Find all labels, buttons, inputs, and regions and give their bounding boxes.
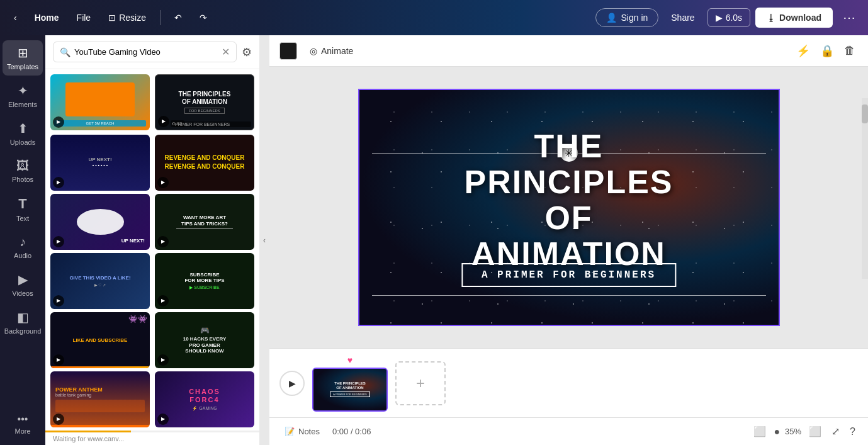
play-time-button[interactable]: ▶ 6.0s bbox=[707, 8, 750, 27]
left-sidebar: ⊞ Templates ✦ Elements ⬆ Uploads 🖼 Photo… bbox=[0, 35, 45, 445]
resize-button[interactable]: ⊡ Resize bbox=[102, 9, 152, 26]
timeline-play-button[interactable]: ▶ bbox=[279, 371, 305, 396]
template-play-icon: ▶ bbox=[157, 177, 169, 188]
template-item[interactable]: UP NEXT! ▶ bbox=[50, 194, 150, 250]
undo-button[interactable]: ↶ bbox=[168, 9, 188, 26]
divider bbox=[160, 10, 161, 25]
add-slide-button[interactable]: + bbox=[395, 361, 446, 405]
user-icon: 👤 bbox=[606, 13, 617, 23]
more-options-button[interactable]: ⋯ bbox=[838, 8, 860, 28]
back-button[interactable]: ‹ bbox=[8, 9, 23, 26]
elements-icon: ✦ bbox=[18, 83, 28, 98]
template-play-icon: ▶ bbox=[53, 295, 64, 307]
notes-button[interactable]: 📝 Notes bbox=[279, 424, 325, 439]
sidebar-item-background[interactable]: ◧ Background bbox=[3, 305, 43, 340]
canvas-main[interactable]: ✳ THE PRINCIPLES OF ANIMATION A PRIMER F… bbox=[269, 67, 868, 348]
lock-button[interactable]: 🔒 bbox=[818, 42, 837, 60]
template-play-icon: ▶ bbox=[53, 177, 64, 188]
animate-button[interactable]: ◎ Animate bbox=[305, 43, 358, 59]
template-play-icon: ▶ bbox=[53, 236, 64, 247]
sidebar-more-button[interactable]: ••• More bbox=[3, 408, 43, 440]
template-play-icon: ▶ bbox=[157, 414, 169, 425]
play-icon: ▶ bbox=[716, 13, 723, 23]
download-button[interactable]: ⭳ Download bbox=[755, 8, 833, 28]
screen-button[interactable]: ⬜ bbox=[751, 423, 769, 440]
filter-icon[interactable]: ⚙ bbox=[242, 45, 252, 59]
sidebar-item-photos[interactable]: 🖼 Photos bbox=[3, 154, 43, 188]
template-item[interactable]: REVENGE AND CONQUER REVENGE AND CONQUER … bbox=[155, 135, 254, 191]
zoom-display: 35% bbox=[785, 427, 801, 436]
audio-icon: ♪ bbox=[20, 235, 26, 249]
photos-icon: 🖼 bbox=[16, 159, 29, 173]
loading-bar-container bbox=[45, 431, 259, 432]
home-button[interactable]: Home bbox=[28, 9, 65, 26]
slide-thumbnail[interactable]: THE PRINCIPLESOF ANIMATION A PRIMER FOR … bbox=[312, 368, 388, 412]
template-item[interactable]: GET 5M REACH ▶ bbox=[50, 74, 150, 130]
share-button[interactable]: Share bbox=[663, 9, 702, 26]
notes-icon: 📝 bbox=[285, 427, 295, 436]
more-icon: ••• bbox=[18, 414, 28, 425]
template-item[interactable]: 🎮 10 HACKS EVERYPRO GAMERSHOULD KNOW ▶ bbox=[155, 312, 254, 368]
template-item[interactable]: UP NEXT! • • • • • • ▶ bbox=[50, 135, 150, 191]
template-item[interactable]: POWER ANTHEM battle tank gaming ▶ bbox=[50, 371, 150, 427]
template-item[interactable]: GIVE THIS VIDEO A LIKE! ▶ ♡ ↗ ▶ bbox=[50, 253, 150, 309]
template-play-icon: ▶ bbox=[53, 116, 64, 128]
canvas-subtitle-box[interactable]: A PRIMER FOR BEGINNERS bbox=[461, 263, 676, 287]
search-input[interactable] bbox=[74, 47, 218, 57]
template-item[interactable]: WANT MORE ARTTIPS AND TRICKS? ▶ bbox=[155, 194, 254, 250]
search-input-wrap: 🔍 ✕ bbox=[53, 42, 237, 62]
fullscreen-button[interactable]: ⤢ bbox=[829, 423, 842, 440]
slide-thumb-inner: THE PRINCIPLESOF ANIMATION A PRIMER FOR … bbox=[313, 369, 386, 410]
signin-button[interactable]: 👤 Sign in bbox=[595, 8, 658, 27]
template-play-icon: ▶ bbox=[157, 236, 169, 247]
uploads-icon: ⬆ bbox=[18, 121, 28, 136]
search-clear-button[interactable]: ✕ bbox=[222, 46, 230, 58]
hide-panel-button[interactable]: ‹ bbox=[259, 35, 269, 445]
main-content: ⊞ Templates ✦ Elements ⬆ Uploads 🖼 Photo… bbox=[0, 35, 868, 445]
search-icon: 🔍 bbox=[60, 47, 70, 57]
search-bar: 🔍 ✕ ⚙ bbox=[45, 35, 259, 69]
loading-bar bbox=[45, 431, 131, 432]
sidebar-item-text[interactable]: T Text bbox=[3, 191, 43, 227]
template-item[interactable]: CHAOSFORC4 ⚡ GAMING ▶ bbox=[155, 371, 254, 427]
timeline-controls: ▶ ♥ THE PRINCIPLESOF ANIMATION A PRIMER … bbox=[269, 349, 868, 417]
template-play-icon: ▶ bbox=[157, 354, 169, 366]
file-button[interactable]: File bbox=[70, 9, 98, 26]
download-icon: ⭳ bbox=[767, 13, 775, 23]
scrollbar-thumb[interactable] bbox=[862, 104, 868, 123]
sidebar-item-templates[interactable]: ⊞ Templates bbox=[3, 40, 43, 76]
fit-page-button[interactable]: ⬜ bbox=[806, 423, 824, 440]
background-icon: ◧ bbox=[17, 310, 29, 325]
slide-container: ♥ THE PRINCIPLESOF ANIMATION A PRIMER FO… bbox=[312, 355, 388, 412]
animate-icon: ◎ bbox=[310, 46, 317, 56]
vertical-scrollbar[interactable] bbox=[862, 98, 868, 279]
template-play-icon: ▶ bbox=[157, 295, 169, 307]
loading-status: Waiting for www.canv... bbox=[45, 432, 259, 445]
template-item[interactable]: SUBSCRIBEFOR MORE TIPS ▶ SUBSCRIBE ▶ bbox=[155, 253, 254, 309]
time-display: 0:00 / 0:06 bbox=[332, 427, 371, 436]
template-item[interactable]: LIKE AND SUBSCRIBE 👾👾 ▶ bbox=[50, 312, 150, 368]
canvas-slide[interactable]: ✳ THE PRINCIPLES OF ANIMATION A PRIMER F… bbox=[358, 89, 780, 326]
canvas-title[interactable]: THE PRINCIPLES OF ANIMATION bbox=[464, 128, 674, 273]
bottom-bar: 📝 Notes 0:00 / 0:06 ⬜ ● 35% ⬜ ⤢ ? bbox=[269, 417, 868, 445]
template-item[interactable]: THE PRINCIPLESOF ANIMATION FOR BEGINNERS… bbox=[155, 74, 254, 130]
sidebar-item-uploads[interactable]: ⬆ Uploads bbox=[3, 116, 43, 151]
bottom-right: ⬜ ● 35% ⬜ ⤢ ? bbox=[751, 423, 858, 440]
templates-grid: GET 5M REACH ▶ THE PRINCIPLESOF ANIMATIO… bbox=[45, 69, 259, 431]
delete-button[interactable]: 🗑 bbox=[842, 42, 858, 60]
canvas-area: ◎ Animate ⚡ 🔒 🗑 ✳ THE PRINCIPLES OF ANIM… bbox=[269, 35, 868, 445]
template-play-icon: ▶ bbox=[158, 116, 169, 127]
help-button[interactable]: ? bbox=[847, 424, 858, 440]
sidebar-item-elements[interactable]: ✦ Elements bbox=[3, 78, 43, 113]
redo-button[interactable]: ↷ bbox=[193, 9, 213, 26]
sidebar-item-audio[interactable]: ♪ Audio bbox=[3, 230, 43, 264]
favorite-icon[interactable]: ♥ bbox=[347, 355, 352, 365]
template-play-icon: ▶ bbox=[53, 354, 64, 366]
templates-panel: 🔍 ✕ ⚙ GET 5M REACH ▶ THE PRINCIPLESOF AN bbox=[45, 35, 259, 445]
color-swatch[interactable] bbox=[279, 42, 297, 60]
canvas-toolbar: ◎ Animate ⚡ 🔒 🗑 bbox=[269, 35, 868, 67]
filter-toolbar-button[interactable]: ⚡ bbox=[794, 42, 813, 60]
sidebar-item-videos[interactable]: ▶ Videos bbox=[3, 267, 43, 302]
text-icon: T bbox=[18, 196, 26, 212]
canvas-toolbar-right: ⚡ 🔒 🗑 bbox=[794, 42, 858, 60]
